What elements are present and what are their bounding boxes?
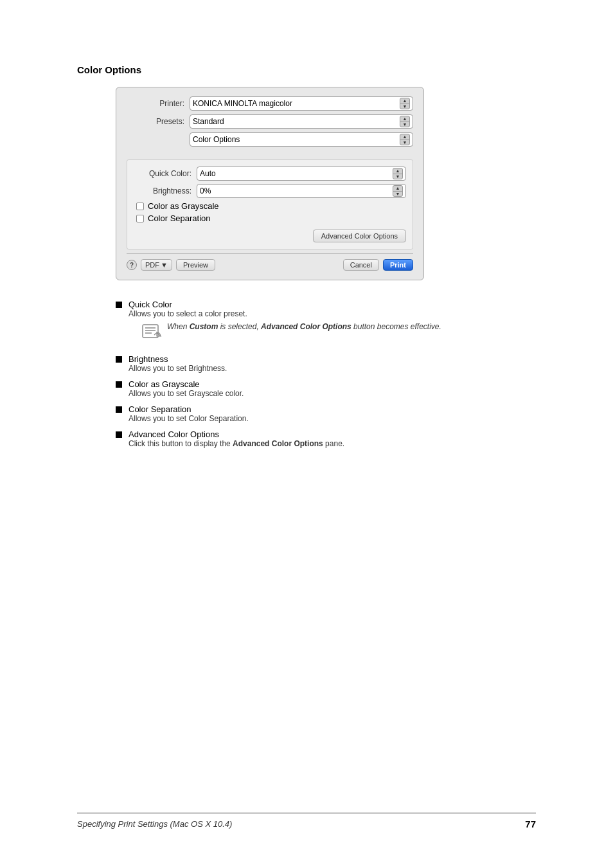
brightness-select[interactable]: 0% ▲ ▼ [197, 184, 406, 198]
bullet-title-4: Color Separation [129, 404, 249, 414]
brightness-stepper-down[interactable]: ▼ [393, 192, 402, 197]
printer-stepper-up[interactable]: ▲ [400, 98, 409, 104]
separation-label: Color Separation [148, 213, 211, 223]
presets-label: Presets: [127, 117, 184, 126]
panel-stepper[interactable]: ▲ ▼ [400, 134, 410, 145]
panel-value: Color Options [193, 135, 397, 144]
footer-page: 77 [525, 818, 536, 829]
note-text: When Custom is selected, Advanced Color … [167, 322, 441, 331]
printer-stepper-down[interactable]: ▼ [400, 104, 409, 109]
bullet-title-1: Quick Color [129, 300, 441, 309]
printer-row: Printer: KONICA MINOLTA magicolor ▲ ▼ [127, 96, 413, 111]
brightness-value: 0% [200, 186, 390, 195]
bullet-square-5 [116, 431, 122, 438]
separation-row: Color Separation [136, 213, 406, 223]
panel-row: Color Options ▲ ▼ [127, 132, 413, 147]
bullet-content-5: Advanced Color Options Click this button… [129, 429, 344, 448]
bullet-square-3 [116, 381, 122, 388]
quick-color-stepper-down[interactable]: ▼ [393, 174, 402, 179]
brightness-row: Brightness: 0% ▲ ▼ [134, 184, 406, 198]
bullet-advanced: Advanced Color Options Click this button… [116, 429, 536, 448]
bullet-content-3: Color as Grayscale Allows you to set Gra… [129, 379, 244, 398]
bullet-brightness: Brightness Allows you to set Brightness. [116, 354, 536, 373]
presets-stepper-down[interactable]: ▼ [400, 122, 409, 127]
bullet-title-3: Color as Grayscale [129, 379, 244, 389]
grayscale-row: Color as Grayscale [136, 201, 406, 211]
printer-select[interactable]: KONICA MINOLTA magicolor ▲ ▼ [190, 96, 413, 111]
print-dialog: Printer: KONICA MINOLTA magicolor ▲ ▼ Pr… [116, 87, 424, 280]
bullet-square-1 [116, 302, 122, 308]
printer-stepper[interactable]: ▲ ▼ [400, 98, 410, 109]
svg-rect-0 [143, 325, 158, 338]
bullet-desc-4: Allows you to set Color Separation. [129, 414, 249, 423]
bullet-desc-1: Allows you to select a color preset. [129, 309, 441, 318]
section-title: Color Options [77, 64, 536, 75]
spacer1 [127, 150, 413, 159]
advanced-color-options-button[interactable]: Advanced Color Options [313, 230, 406, 242]
separation-checkbox[interactable] [136, 215, 144, 222]
bullet-content-2: Brightness Allows you to set Brightness. [129, 354, 227, 373]
bullet-list: Quick Color Allows you to select a color… [116, 300, 536, 448]
dialog-toolbar: ? PDF ▼ Preview Cancel Print [127, 253, 413, 271]
pdf-label: PDF [145, 261, 159, 269]
preview-button[interactable]: Preview [176, 259, 215, 271]
quick-color-select[interactable]: Auto ▲ ▼ [197, 167, 406, 181]
bullet-square-2 [116, 356, 122, 363]
bullet-square-4 [116, 406, 122, 413]
brightness-label: Brightness: [134, 186, 191, 195]
help-button[interactable]: ? [127, 260, 137, 270]
bullet-grayscale: Color as Grayscale Allows you to set Gra… [116, 379, 536, 398]
quick-color-row: Quick Color: Auto ▲ ▼ [134, 167, 406, 181]
print-button[interactable]: Print [383, 259, 413, 271]
quick-color-value: Auto [200, 169, 390, 178]
bullet-title-2: Brightness [129, 354, 227, 364]
presets-stepper-up[interactable]: ▲ [400, 116, 409, 122]
presets-select[interactable]: Standard ▲ ▼ [190, 114, 413, 129]
printer-label: Printer: [127, 99, 184, 108]
pdf-button[interactable]: PDF ▼ [141, 259, 172, 271]
panel-stepper-down[interactable]: ▼ [400, 140, 409, 145]
panel-stepper-up[interactable]: ▲ [400, 134, 409, 140]
presets-row: Presets: Standard ▲ ▼ [127, 114, 413, 129]
brightness-stepper-up[interactable]: ▲ [393, 186, 402, 192]
bullet-content-1: Quick Color Allows you to select a color… [129, 300, 441, 348]
bullet-desc-5: Click this button to display the Advance… [129, 439, 344, 448]
grayscale-checkbox[interactable] [136, 203, 144, 210]
printer-value: KONICA MINOLTA magicolor [193, 99, 397, 108]
note-icon [141, 323, 162, 341]
bullet-separation: Color Separation Allows you to set Color… [116, 404, 536, 423]
cancel-button[interactable]: Cancel [343, 259, 379, 271]
bullet-content-4: Color Separation Allows you to set Color… [129, 404, 249, 423]
quick-color-stepper[interactable]: ▲ ▼ [393, 168, 403, 179]
quick-color-label: Quick Color: [134, 169, 191, 178]
bullet-desc-3: Allows you to set Grayscale color. [129, 389, 244, 398]
pdf-arrow: ▼ [161, 261, 168, 269]
footer-text: Specifying Print Settings (Mac OS X 10.4… [77, 819, 232, 829]
presets-value: Standard [193, 117, 397, 126]
presets-stepper[interactable]: ▲ ▼ [400, 116, 410, 127]
adv-btn-row: Advanced Color Options [134, 230, 406, 242]
bullet-quick-color: Quick Color Allows you to select a color… [116, 300, 536, 348]
content-area: Quick Color: Auto ▲ ▼ Brightness: 0% ▲ ▼ [127, 159, 413, 249]
grayscale-label: Color as Grayscale [148, 201, 219, 211]
note-box: When Custom is selected, Advanced Color … [141, 322, 441, 341]
quick-color-stepper-up[interactable]: ▲ [393, 168, 402, 174]
bullet-desc-2: Allows you to set Brightness. [129, 364, 227, 373]
bullet-title-5: Advanced Color Options [129, 429, 344, 439]
page-footer: Specifying Print Settings (Mac OS X 10.4… [77, 813, 536, 829]
panel-select[interactable]: Color Options ▲ ▼ [190, 132, 413, 147]
brightness-stepper[interactable]: ▲ ▼ [393, 185, 403, 197]
